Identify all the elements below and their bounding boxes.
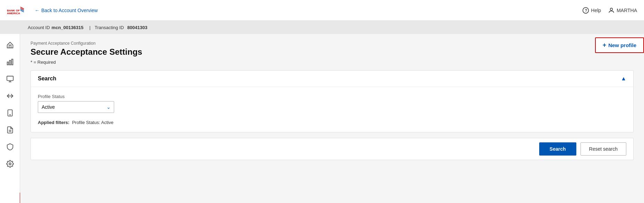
shield-icon xyxy=(6,143,14,151)
back-to-overview-link[interactable]: ← Back to Account Overview xyxy=(35,8,98,13)
search-panel-header[interactable]: Search ▲ xyxy=(31,71,633,87)
sidebar xyxy=(0,34,20,203)
profile-status-label: Profile Status xyxy=(38,94,626,99)
sidebar-item-analytics[interactable] xyxy=(2,54,18,70)
account-id-value: mcn_00136315 xyxy=(52,25,84,30)
help-label: Help xyxy=(591,8,601,13)
account-id-label: Account ID xyxy=(28,25,50,30)
boa-logo: BANK OF AMERICA xyxy=(7,5,24,16)
transacting-id-value: 80041303 xyxy=(127,25,147,30)
transacting-id-label: Transacting ID xyxy=(95,25,124,30)
sidebar-item-home[interactable] xyxy=(2,37,18,53)
home-icon xyxy=(6,41,14,49)
main-layout: Payment Acceptance Configuration Secure … xyxy=(0,34,644,203)
sidebar-item-shield[interactable] xyxy=(2,139,18,155)
sidebar-item-device[interactable] xyxy=(2,105,18,121)
back-link-text: Back to Account Overview xyxy=(41,8,98,13)
applied-filters-label: Applied filters: xyxy=(38,120,69,125)
search-panel-title: Search xyxy=(38,76,56,82)
svg-text:?: ? xyxy=(585,8,587,12)
header-right: ? Help MARTHA xyxy=(582,7,637,14)
sidebar-item-document[interactable] xyxy=(2,122,18,138)
device-icon xyxy=(6,109,14,117)
required-note: * = Required xyxy=(31,60,634,65)
svg-text:AMERICA: AMERICA xyxy=(7,11,20,15)
sidebar-item-settings[interactable] xyxy=(2,156,18,171)
search-panel-body: Profile Status Active Inactive All ⌄ App… xyxy=(31,87,633,132)
applied-filters: Applied filters: Profile Status: Active xyxy=(38,120,626,125)
svg-point-8 xyxy=(610,8,613,10)
chart-icon xyxy=(6,58,14,66)
document-icon xyxy=(6,126,14,134)
svg-rect-11 xyxy=(11,59,13,65)
page-title: Secure Acceptance Settings xyxy=(31,47,634,57)
top-header: BANK OF AMERICA ← Back to Account Overvi… xyxy=(0,0,644,21)
new-profile-button[interactable]: + New profile xyxy=(595,37,644,53)
transfer-icon xyxy=(6,92,14,100)
user-button[interactable]: MARTHA xyxy=(608,7,637,14)
main-content: Payment Acceptance Configuration Secure … xyxy=(20,34,644,203)
sidebar-item-monitor[interactable] xyxy=(2,71,18,87)
action-buttons-bar: Search Reset search xyxy=(31,138,634,160)
logo-area: BANK OF AMERICA xyxy=(7,5,24,16)
back-arrow-icon: ← xyxy=(35,8,40,13)
svg-rect-9 xyxy=(7,62,8,65)
user-name: MARTHA xyxy=(617,8,637,13)
separator: | xyxy=(89,25,90,30)
help-button[interactable]: ? Help xyxy=(582,7,601,14)
collapse-icon: ▲ xyxy=(621,76,626,82)
profile-status-group: Profile Status Active Inactive All ⌄ xyxy=(38,94,626,113)
svg-rect-12 xyxy=(7,76,13,81)
breadcrumb: Payment Acceptance Configuration xyxy=(31,41,634,46)
svg-point-17 xyxy=(9,163,11,165)
help-icon: ? xyxy=(582,7,589,14)
profile-status-select-wrapper: Active Inactive All ⌄ xyxy=(38,101,114,113)
user-icon xyxy=(608,7,615,14)
svg-point-14 xyxy=(10,115,10,115)
settings-icon xyxy=(6,160,14,168)
search-panel: Search ▲ Profile Status Active Inactive … xyxy=(31,70,634,132)
search-button[interactable]: Search xyxy=(539,142,576,156)
sidebar-item-transfer[interactable] xyxy=(2,88,18,104)
svg-rect-10 xyxy=(9,60,11,65)
reset-search-button[interactable]: Reset search xyxy=(581,142,626,156)
plus-icon: + xyxy=(603,42,607,49)
applied-filters-text: Profile Status: Active xyxy=(72,120,113,125)
monitor-icon xyxy=(6,75,14,83)
profile-status-select[interactable]: Active Inactive All xyxy=(38,101,114,113)
account-bar: Account ID mcn_00136315 | Transacting ID… xyxy=(0,21,644,34)
new-profile-label: New profile xyxy=(608,42,636,48)
